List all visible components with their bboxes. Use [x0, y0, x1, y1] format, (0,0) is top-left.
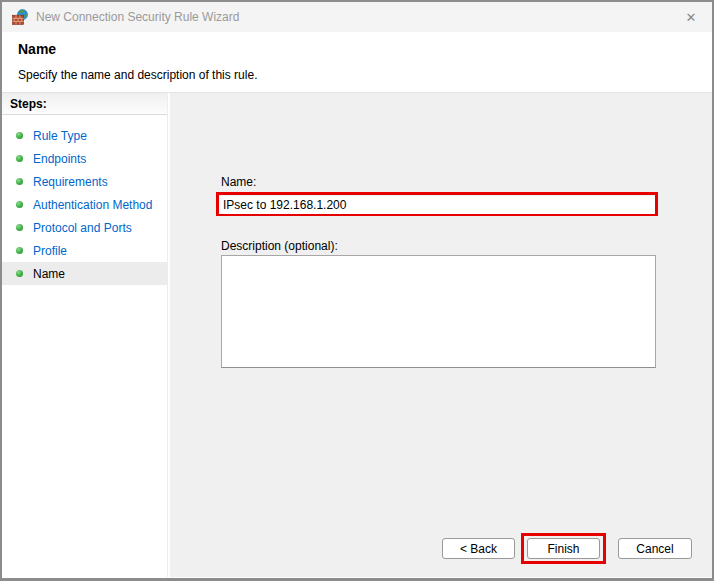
step-label: Protocol and Ports	[33, 221, 132, 235]
wizard-header: Name Specify the name and description of…	[2, 32, 712, 93]
step-label: Name	[33, 267, 65, 281]
step-endpoints[interactable]: Endpoints	[2, 147, 167, 170]
steps-sidebar: Steps: Rule Type Endpoints Requirements …	[2, 93, 168, 577]
rule-name-input[interactable]	[219, 196, 655, 214]
page-title: Name	[18, 41, 712, 57]
rule-description-textarea[interactable]	[221, 255, 656, 368]
step-bullet-icon	[16, 155, 23, 162]
step-profile[interactable]: Profile	[2, 239, 167, 262]
step-authentication-method[interactable]: Authentication Method	[2, 193, 167, 216]
main-pane: Name: Description (optional): < Back Fin…	[170, 93, 712, 577]
step-label: Endpoints	[33, 152, 86, 166]
step-rule-type[interactable]: Rule Type	[2, 124, 167, 147]
titlebar: New Connection Security Rule Wizard ✕	[2, 2, 712, 32]
step-bullet-icon	[16, 178, 23, 185]
steps-list: Rule Type Endpoints Requirements Authent…	[2, 124, 167, 285]
step-protocol-and-ports[interactable]: Protocol and Ports	[2, 216, 167, 239]
wizard-window: New Connection Security Rule Wizard ✕ Na…	[0, 0, 714, 581]
firewall-icon	[12, 9, 28, 25]
wizard-body: Steps: Rule Type Endpoints Requirements …	[2, 93, 712, 577]
annotation-box-finish-button: Finish	[521, 533, 606, 564]
step-bullet-icon	[16, 201, 23, 208]
window-title: New Connection Security Rule Wizard	[36, 10, 239, 24]
step-bullet-icon	[16, 224, 23, 231]
step-requirements[interactable]: Requirements	[2, 170, 167, 193]
close-button[interactable]: ✕	[670, 2, 712, 32]
description-field-label: Description (optional):	[221, 239, 338, 253]
finish-button[interactable]: Finish	[527, 538, 600, 559]
step-label: Authentication Method	[33, 198, 152, 212]
back-button[interactable]: < Back	[442, 538, 515, 559]
close-icon: ✕	[686, 10, 697, 25]
step-name[interactable]: Name	[2, 262, 167, 285]
page-subtitle: Specify the name and description of this…	[18, 68, 712, 82]
cancel-button[interactable]: Cancel	[618, 538, 692, 559]
step-bullet-icon	[16, 132, 23, 139]
name-field-label: Name:	[221, 175, 256, 189]
step-label: Requirements	[33, 175, 108, 189]
step-bullet-icon	[16, 270, 23, 277]
step-label: Profile	[33, 244, 67, 258]
annotation-box-name-input	[216, 192, 658, 216]
step-bullet-icon	[16, 247, 23, 254]
step-label: Rule Type	[33, 129, 87, 143]
steps-header: Steps:	[2, 93, 167, 115]
